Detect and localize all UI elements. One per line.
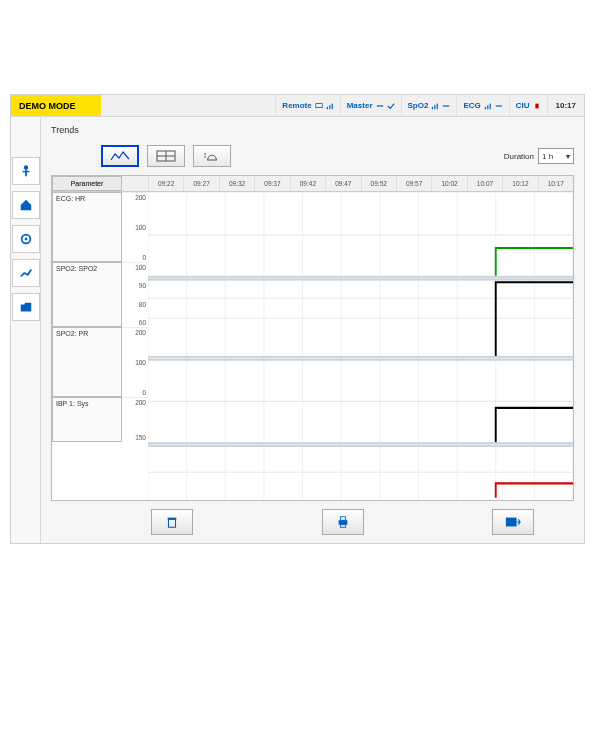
svg-rect-2 <box>329 105 330 109</box>
view-table-button[interactable] <box>147 145 185 167</box>
plug-icon <box>533 102 541 110</box>
svg-rect-5 <box>432 106 433 108</box>
svg-rect-51 <box>169 519 176 527</box>
dash-icon <box>495 102 503 110</box>
trend-chart: Parameter 09:2209:2709:3209:3709:4209:47… <box>51 175 574 501</box>
time-tick: 09:22 <box>148 176 183 191</box>
gear-icon <box>19 232 33 246</box>
clock: 10:17 <box>547 95 584 116</box>
delete-button[interactable] <box>151 509 193 535</box>
duration-control: Duration 1 h ▾ <box>504 148 574 164</box>
trash-icon <box>165 515 179 529</box>
footer-toolbar <box>51 501 574 535</box>
parameter-header: Parameter <box>52 176 122 191</box>
svg-rect-15 <box>25 169 27 176</box>
trend-icon <box>19 266 33 280</box>
header-bar: DEMO MODE Remote Master SpO2 ECG <box>11 95 584 117</box>
printer-icon <box>336 515 350 529</box>
bell-icon <box>202 150 222 162</box>
signal-icon <box>484 102 492 110</box>
sidebar-settings-button[interactable] <box>12 225 40 253</box>
demo-mode-badge: DEMO MODE <box>11 95 101 116</box>
main-content: Trends Duration 1 h ▾ <box>41 117 584 543</box>
time-tick: 10:02 <box>431 176 466 191</box>
svg-rect-0 <box>316 103 322 107</box>
header-label: CIU <box>516 101 530 110</box>
parameter-label: ECG: HR <box>52 192 122 262</box>
chart-time-header: Parameter 09:2209:2709:3209:3709:4209:47… <box>52 176 573 192</box>
svg-rect-9 <box>485 106 486 108</box>
check-icon <box>387 102 395 110</box>
header-item-ciu[interactable]: CIU <box>509 95 547 116</box>
sidebar-folder-button[interactable] <box>12 293 40 321</box>
dash-icon <box>376 102 384 110</box>
svg-rect-13 <box>535 103 538 108</box>
svg-rect-54 <box>340 517 345 521</box>
view-alarm-button[interactable] <box>193 145 231 167</box>
exit-icon <box>505 516 521 528</box>
parameter-label: SPO2: SPO2 <box>52 262 122 327</box>
svg-rect-3 <box>331 103 332 109</box>
svg-point-18 <box>24 238 27 241</box>
svg-rect-56 <box>506 518 517 527</box>
header-item-ecg[interactable]: ECG <box>456 95 508 116</box>
time-tick: 09:42 <box>290 176 325 191</box>
signal-icon <box>326 102 334 110</box>
time-tick: 09:52 <box>361 176 396 191</box>
header-label: Master <box>347 101 373 110</box>
yaxis-ticks: 200150 <box>122 397 148 442</box>
home-icon <box>19 198 33 212</box>
time-tick: 09:57 <box>396 176 431 191</box>
svg-rect-7 <box>437 103 438 109</box>
sidebar-patient-button[interactable] <box>12 157 40 185</box>
svg-rect-53 <box>338 520 347 524</box>
duration-label: Duration <box>504 152 534 161</box>
header-label: ECG <box>463 101 480 110</box>
time-tick: 09:32 <box>219 176 254 191</box>
section-title: Trends <box>51 125 574 135</box>
time-tick: 10:12 <box>502 176 537 191</box>
parameter-label: SPO2: PR <box>52 327 122 397</box>
signal-icon <box>431 102 439 110</box>
parameter-label: IBP 1: Sys <box>52 397 122 442</box>
yaxis-column: 20010001009080602001000200150 <box>122 192 148 500</box>
yaxis-ticks: 100908060 <box>122 262 148 327</box>
svg-rect-1 <box>327 106 328 108</box>
svg-rect-52 <box>168 518 177 520</box>
header-item-remote[interactable]: Remote <box>275 95 339 116</box>
svg-rect-16 <box>22 171 29 172</box>
dash-icon <box>442 102 450 110</box>
view-graph-button[interactable] <box>101 145 139 167</box>
parameter-column: ECG: HRSPO2: SPO2SPO2: PRIBP 1: Sys <box>52 192 122 500</box>
table-icon <box>156 150 176 162</box>
yaxis-ticks: 2001000 <box>122 327 148 397</box>
header-item-spo2[interactable]: SpO2 <box>401 95 457 116</box>
sidebar-trend-button[interactable] <box>12 259 40 287</box>
graph-icon <box>110 150 130 162</box>
plot-area[interactable] <box>148 192 573 500</box>
print-button[interactable] <box>322 509 364 535</box>
time-tick: 09:27 <box>183 176 218 191</box>
patient-icon <box>19 164 33 178</box>
svg-rect-11 <box>489 103 490 109</box>
duration-value: 1 h <box>542 152 553 161</box>
svg-rect-6 <box>435 105 436 109</box>
exit-button[interactable] <box>492 509 534 535</box>
time-tick: 10:17 <box>538 176 573 191</box>
svg-rect-55 <box>340 525 345 528</box>
header-label: Remote <box>282 101 311 110</box>
folder-icon <box>19 300 33 314</box>
duration-select[interactable]: 1 h ▾ <box>538 148 574 164</box>
time-tick: 09:37 <box>254 176 289 191</box>
time-tick: 10:07 <box>467 176 502 191</box>
sidebar <box>11 117 41 543</box>
time-tick: 09:47 <box>325 176 360 191</box>
header-label: SpO2 <box>408 101 429 110</box>
sidebar-home-button[interactable] <box>12 191 40 219</box>
svg-point-14 <box>23 165 27 169</box>
chevron-down-icon: ▾ <box>566 152 570 161</box>
yaxis-ticks: 2001000 <box>122 192 148 262</box>
app-window: DEMO MODE Remote Master SpO2 ECG <box>10 94 585 544</box>
header-item-master[interactable]: Master <box>340 95 401 116</box>
svg-rect-10 <box>487 105 488 109</box>
